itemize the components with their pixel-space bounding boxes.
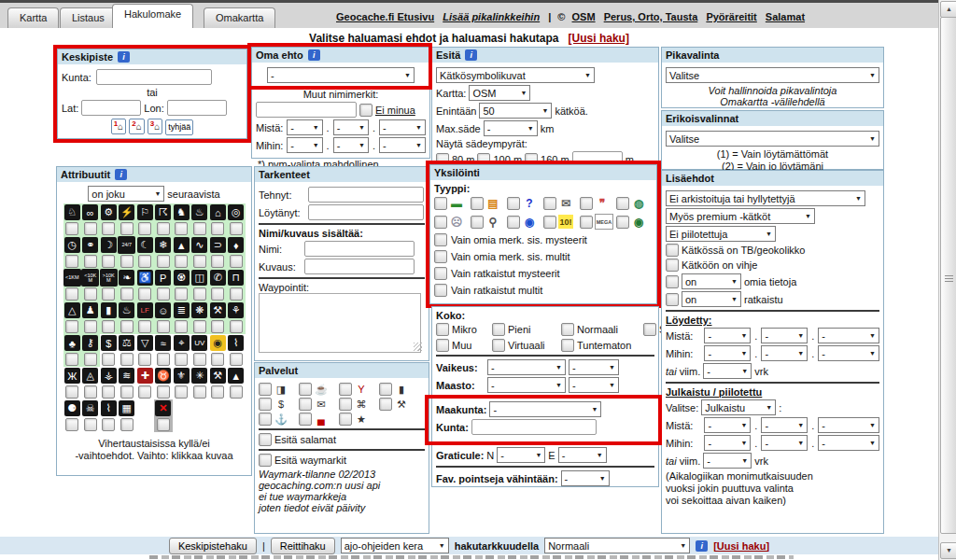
option-checkbox[interactable] (434, 233, 447, 246)
attribute-checkbox[interactable] (102, 255, 115, 268)
attribute-checkbox[interactable] (193, 320, 206, 333)
pikavalinta-select[interactable]: Valitse (666, 67, 879, 83)
loydetty-viim-select[interactable]: - (703, 363, 752, 379)
cache-type-checkbox[interactable] (580, 197, 593, 210)
attribute-icon[interactable]: ☺ (155, 302, 171, 318)
ei-minua-label[interactable]: Ei minua (375, 105, 415, 116)
service-checkbox[interactable] (259, 413, 272, 426)
tab-kartta[interactable]: Kartta (7, 7, 59, 28)
cache-type-checkbox[interactable] (434, 216, 447, 229)
attribute-icon[interactable]: ♼ (174, 270, 190, 286)
attribute-checkbox[interactable] (175, 287, 188, 301)
attribute-checkbox[interactable] (157, 287, 170, 301)
date-select[interactable]: - (761, 435, 808, 451)
attribute-checkbox[interactable] (230, 385, 243, 399)
scroll-up-icon[interactable]: ▲ (940, 1, 956, 18)
osm-link[interactable]: OSM (572, 11, 596, 22)
date-select[interactable]: - (818, 435, 879, 451)
attribute-icon[interactable]: ⚈ (64, 400, 80, 416)
info-icon[interactable]: i (308, 49, 320, 61)
date-select[interactable]: - (379, 137, 426, 153)
cache-type-checkbox[interactable] (580, 216, 593, 229)
attribute-icon[interactable]: ⚶ (101, 368, 117, 384)
attribute-checkbox[interactable] (157, 353, 170, 366)
new-search-bottom-link[interactable]: [Uusi haku] (713, 540, 769, 552)
vaikeus-min-select[interactable]: - (487, 359, 566, 375)
attribute-icon[interactable]: ◬ (82, 368, 98, 384)
attribute-icon[interactable]: ◷ (64, 237, 80, 253)
attribute-icon[interactable]: ▽ (137, 335, 153, 351)
tehnyt-input[interactable] (308, 187, 424, 203)
attribute-checkbox[interactable] (84, 320, 97, 333)
attribute-icon[interactable]: ⌖ (174, 335, 190, 351)
graticule-e-select[interactable]: - (558, 447, 607, 463)
attribute-icon[interactable]: ⚙ (101, 204, 117, 220)
archive-filter-select[interactable]: Ei arkistoituja tai hyllytettyjä (666, 190, 865, 206)
service-checkbox[interactable] (379, 383, 392, 396)
attribute-icon[interactable]: ⚒ (210, 368, 226, 384)
waypointit-textarea[interactable] (259, 293, 421, 353)
attribute-icon[interactable]: ≋ (119, 368, 134, 384)
attribute-checkbox[interactable] (138, 385, 151, 399)
attribute-icon[interactable]: ⌇ (101, 400, 117, 416)
attribute-icon[interactable]: ▮ (101, 302, 117, 318)
attribute-checkbox[interactable] (120, 320, 134, 333)
lat-input[interactable] (81, 100, 141, 116)
attribute-checkbox[interactable] (65, 320, 78, 333)
maasto-min-select[interactable]: - (487, 377, 566, 393)
esita-salamat-checkbox[interactable] (259, 433, 272, 446)
attribute-icon[interactable]: ▦ (119, 400, 134, 416)
graticule-n-select[interactable]: - (497, 447, 545, 463)
attribute-checkbox[interactable] (230, 353, 243, 366)
date-select[interactable]: - (704, 345, 751, 361)
attribute-icon[interactable]: ⚡ (119, 204, 134, 220)
maasto-max-select[interactable]: - (569, 377, 619, 393)
loytanyt-input[interactable] (308, 204, 424, 220)
date-select[interactable]: - (761, 417, 808, 433)
size-checkbox[interactable] (643, 323, 656, 336)
attribute-icon[interactable]: ♉ (155, 368, 171, 384)
new-search-link[interactable]: [Uusi haku] (569, 32, 629, 45)
date-select[interactable]: - (704, 328, 751, 343)
attribute-icon[interactable]: ⌇ (228, 335, 244, 351)
size-checkbox[interactable] (436, 323, 449, 336)
cache-type-checkbox[interactable] (471, 197, 484, 210)
route-mode-select[interactable]: ajo-ohjeiden kera (341, 538, 449, 553)
attribute-mode-select[interactable]: on joku (88, 186, 164, 202)
attribute-icon[interactable]: ✕ (155, 400, 171, 416)
attribute-icon[interactable]: Ж (64, 368, 80, 384)
attribute-icon[interactable]: ∿ (191, 237, 207, 253)
attribute-icon[interactable]: ♘ (64, 204, 80, 220)
attribute-icon[interactable]: ♿ (137, 270, 153, 286)
cache-type-checkbox[interactable] (616, 197, 629, 210)
attribute-checkbox[interactable] (65, 222, 78, 235)
attribute-icon[interactable]: ❋ (191, 302, 207, 318)
symbols-select[interactable]: Kätkösymbolikuvat (436, 67, 595, 83)
etusivu-link[interactable]: Geocache.fi Etusivu (336, 11, 434, 22)
date-select[interactable]: - (818, 417, 879, 433)
attribute-icon[interactable]: $ (101, 335, 117, 351)
attribute-checkbox[interactable] (230, 255, 243, 268)
attribute-checkbox[interactable] (230, 222, 243, 235)
size-checkbox[interactable] (492, 323, 505, 336)
info-icon[interactable]: i (696, 540, 708, 552)
cache-type-checkbox[interactable] (507, 197, 520, 210)
date-select[interactable]: - (761, 345, 808, 361)
kartta-select[interactable]: OSM (469, 85, 530, 101)
pyorareitit-link[interactable]: Pyöräreitit (706, 11, 756, 22)
attribute-checkbox[interactable] (175, 255, 188, 268)
attribute-checkbox[interactable] (211, 385, 224, 399)
attribute-checkbox[interactable] (120, 353, 134, 366)
attribute-icon[interactable]: ⌂ (210, 204, 226, 220)
attribute-checkbox[interactable] (84, 418, 97, 431)
attribute-icon[interactable]: ☾ (137, 237, 153, 253)
attribute-checkbox[interactable] (102, 353, 115, 366)
attribute-icon[interactable]: ♣ (64, 335, 80, 351)
vertical-scrollbar[interactable]: ▲ ▼ (938, 0, 956, 560)
attribute-icon[interactable]: 24/7 (118, 236, 135, 254)
clear-coords-button[interactable]: tyhjää (165, 119, 193, 135)
service-checkbox[interactable] (299, 398, 312, 411)
kunta-filter-input[interactable] (471, 419, 597, 435)
date-select[interactable]: - (818, 328, 879, 343)
salamat-link[interactable]: Salamat (766, 11, 805, 22)
